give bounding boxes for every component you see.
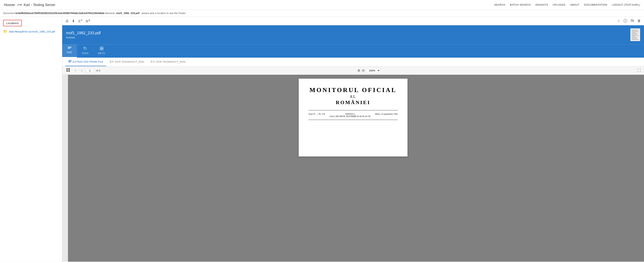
zoom-controls: ⊕ ⊖ 100% 75% 125% 150% (357, 68, 380, 73)
pdf-viewer[interactable]: MONITORUL OFICIAL AL ROMÂNIEI Anul IV — … (62, 75, 644, 261)
header: Hoover ⟶ Karl - Testing Server SEARCH BA… (0, 0, 644, 10)
pdf-divider-2 (308, 120, 398, 120)
svg-rect-13 (68, 68, 70, 70)
pdf-footer-left: Anul IV — Nr. 233 (308, 113, 325, 117)
sub-tab-ocr-ron-icon: 文A (150, 60, 155, 63)
locations-button[interactable]: Locations (3, 20, 22, 26)
pdf-footer-right: Marți, 22 septembrie 1992 (375, 113, 398, 117)
nav-uploads[interactable]: UPLOADS (553, 3, 566, 6)
pdf-footer-row: Anul IV — Nr. 233 PARTEA I LEGI, DECRETE… (308, 112, 398, 118)
pdf-page: MONITORUL OFICIAL AL ROMÂNIEI Anul IV — … (299, 79, 408, 157)
svg-rect-1 (68, 47, 71, 47)
nav-logout[interactable]: LOGOUT (TEST.KARL) (612, 3, 640, 6)
tab-tags-label: TAGS (82, 52, 88, 55)
app-logo: Hoover ⟶ Karl - Testing Server (4, 3, 56, 7)
toolbar-right: ☆ ⓘ 🗑 (617, 18, 641, 24)
pdf-title-line2: AL (350, 94, 356, 99)
sub-tab-ocr-ron-label: OCR TESSERACT_RON (156, 60, 186, 63)
sub-tab-extracted-icon (68, 60, 72, 63)
pdf-title-line1: MONITORUL OFICIAL (309, 86, 396, 94)
sub-tab-ocr-ron[interactable]: 文A OCR TESSERACT_RON (147, 58, 188, 66)
svg-rect-10 (68, 61, 72, 62)
pdf-left-bar (62, 75, 68, 261)
doc-info-bar: Document bc6df6d20dceb784f532bf81f22d1f5… (0, 10, 644, 17)
pdf-divider-1 (308, 110, 398, 110)
page-of-label: of 8 (96, 69, 100, 72)
sub-tabs-bar: EXTRACTED FROM FILE 文A OCR TESSERACT_ENG… (62, 58, 644, 66)
svg-rect-2 (68, 48, 71, 48)
tab-meta[interactable]: META (93, 44, 110, 58)
nav-search[interactable]: SEARCH (494, 3, 505, 6)
svg-rect-7 (100, 49, 102, 50)
svg-rect-8 (102, 49, 103, 50)
content-area: 🖨 ⬇ 文A 文A ☆ ⓘ 🗑 mof (62, 17, 644, 261)
print-icon[interactable]: 🖨 (65, 19, 69, 23)
main-layout: Locations 📁 /disk-files/pdf-for-ocr/mof1… (0, 17, 644, 261)
tab-pdf[interactable]: PDF (62, 44, 77, 58)
sub-tab-ocr-eng[interactable]: 文A OCR TESSERACT_ENG (106, 58, 147, 66)
star-icon[interactable]: ☆ (617, 19, 620, 23)
zoom-level-select[interactable]: 100% 75% 125% 150% (366, 68, 380, 73)
svg-rect-9 (68, 60, 72, 61)
translate-icon-1[interactable]: 文A (78, 19, 82, 23)
svg-rect-11 (68, 62, 70, 62)
fullscreen-button[interactable]: ⛶ (638, 69, 641, 73)
folder-icon: 📁 (3, 29, 8, 34)
doc-collection: testdata (66, 36, 101, 39)
tab-tags[interactable]: TAGS (77, 44, 93, 58)
file-item: 📁 /disk-files/pdf-for-ocr/mof1_1992_233.… (3, 29, 59, 34)
doc-title: mof1_1992_233.pdf (66, 31, 101, 35)
sidebar: Locations 📁 /disk-files/pdf-for-ocr/mof1… (0, 17, 62, 261)
doc-filename: mof1_1992_233.pdf (116, 12, 140, 15)
logo-hoover: Hoover (4, 3, 15, 7)
sub-tab-ocr-eng-icon: 文A (110, 60, 114, 63)
pdf-title-line3: ROMÂNIEI (336, 100, 370, 105)
tab-pdf-label: PDF (67, 51, 72, 54)
zoom-in-button[interactable]: ⊕ (357, 68, 360, 73)
doc-info-prefix: Document (3, 12, 14, 15)
main-nav: SEARCH BATCH SEARCH INSIGHTS UPLOADS ABO… (494, 3, 640, 6)
tab-meta-label: META (98, 52, 105, 55)
total-pages: 8 (99, 69, 100, 72)
svg-rect-14 (66, 70, 68, 72)
svg-point-4 (84, 48, 85, 48)
svg-rect-15 (68, 70, 70, 72)
nav-about[interactable]: ABOUT (570, 3, 579, 6)
page-down-button[interactable]: ↓ (80, 68, 84, 73)
sub-tab-extracted-label: EXTRACTED FROM FILE (73, 60, 103, 63)
download-icon[interactable]: ⬇ (72, 19, 75, 23)
pdf-footer-center-top: PARTEA I (327, 113, 374, 115)
toolbar-left: 🖨 ⬇ 文A 文A (65, 19, 90, 23)
toolbar-top: 🖨 ⬇ 文A 文A ☆ ⓘ 🗑 (62, 17, 644, 25)
file-path-link[interactable]: /disk-files/pdf-for-ocr/mof1_1992_233.pd… (9, 30, 55, 33)
nav-batch-search[interactable]: BATCH SEARCH (510, 3, 531, 6)
svg-rect-12 (66, 68, 68, 70)
zoom-out-button[interactable]: ⊖ (362, 68, 365, 73)
page-number-input[interactable] (86, 68, 94, 73)
hide-icon[interactable] (630, 19, 634, 23)
delete-icon[interactable]: 🗑 (638, 19, 641, 23)
nav-insights[interactable]: INSIGHTS (535, 3, 548, 6)
doc-filename-label: filename: (105, 12, 116, 15)
doc-hash: bc6df6d20dceb784f532bf81f22d1f5cbdc55060… (15, 12, 104, 15)
tab-meta-icon (100, 47, 104, 51)
sub-tab-extracted[interactable]: EXTRACTED FROM FILE (65, 58, 106, 66)
pdf-toolbar-left: ↑ ↓ of 8 (65, 68, 100, 73)
pdf-footer-center: PARTEA I LEGI, DECRETE, HOTĂRÎRI ȘI ALTE… (327, 113, 374, 117)
pdf-footer-center-bottom: LEGI, DECRETE, HOTĂRÎRI ȘI ALTE ACTE (327, 115, 374, 117)
svg-rect-5 (100, 47, 102, 48)
page-up-button[interactable]: ↑ (74, 68, 77, 73)
svg-rect-6 (102, 47, 103, 48)
logo-arrow: ⟶ (17, 3, 22, 7)
logo-subtitle: Karl - Testing Server (24, 3, 56, 7)
translate-icon-2[interactable]: 文A (86, 19, 90, 23)
alert-icon[interactable]: ⓘ (624, 18, 627, 24)
thumbnails-button[interactable] (65, 68, 71, 73)
svg-rect-3 (68, 48, 70, 49)
pdf-toolbar: ↑ ↓ of 8 ⊕ ⊖ 100% 75% 125% 150% ⛶ (62, 66, 644, 75)
doc-thumbnail (630, 28, 640, 41)
nav-documentation[interactable]: DOCUMENTATION (584, 3, 607, 6)
tabs-bar: PDF TAGS (62, 44, 644, 58)
doc-info-suffix: - please pick a location to see the Find… (140, 12, 186, 15)
sub-tab-ocr-eng-label: OCR TESSERACT_ENG (115, 60, 144, 63)
